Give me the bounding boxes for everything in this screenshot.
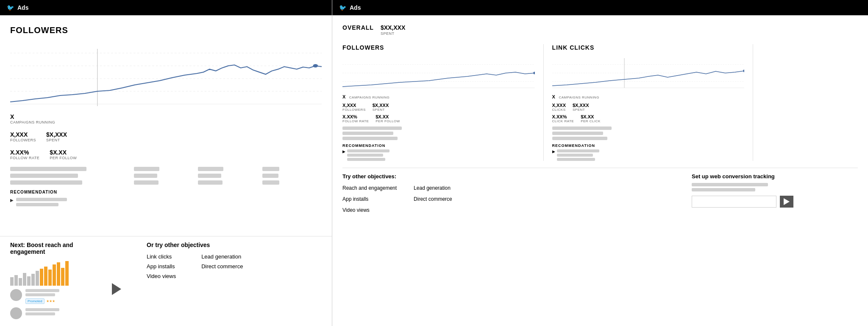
try-other-title: Try other objectives:: [342, 173, 675, 180]
right-followers-stats2: X.XX% FOLLOW RATE $X.XX PER FOLLOW: [342, 114, 535, 123]
rec-content: ▶: [10, 198, 322, 206]
video-views-link[interactable]: Video views: [147, 273, 176, 279]
twitter-icon-right: 🐦: [339, 4, 346, 11]
overall-header: OVERALL $XX,XXX SPENT: [342, 24, 858, 36]
rf-rec: RECOMMENDATION ▶: [342, 143, 535, 161]
try-col-1: Reach and engagement App installs Video …: [342, 184, 397, 214]
right-followers-campaigns: X CAMPAIGNS RUNNING: [342, 93, 535, 100]
left-content: FOLLOWERS X CAMPAIGNS RUNNIN: [0, 15, 332, 231]
right-panel: 🐦 Ads OVERALL $XX,XXX SPENT FOLLOWERS: [332, 0, 868, 326]
followers-value: X,XXX: [10, 131, 36, 138]
bar-5: [27, 276, 31, 286]
followers-chart: [10, 40, 322, 108]
right-followers-chart: [342, 56, 535, 90]
right-linkclicks-title: LINK CLICKS: [552, 44, 745, 51]
bar-4: [23, 273, 26, 286]
obj-col-1: Link clicks App installs Video views: [147, 253, 176, 283]
web-conversion-button[interactable]: [780, 196, 793, 208]
svg-point-17: [743, 70, 744, 72]
overall-amount: $XX,XXX: [381, 24, 405, 31]
right-appinstalls-link[interactable]: App installs: [342, 196, 368, 202]
svg-point-11: [533, 72, 534, 74]
spent-label: SPENT: [46, 138, 67, 142]
rec-arrow: ▶: [10, 198, 14, 202]
svg-point-6: [313, 64, 318, 67]
left-stats-row2: X,XXX FOLLOWERS $X,XXX SPENT: [10, 131, 322, 142]
boost-title: Next: Boost reach and engagement: [10, 242, 95, 255]
avatar-2: [10, 307, 22, 319]
bar-orange-2: [44, 267, 47, 286]
boost-section: Next: Boost reach and engagement: [10, 242, 95, 319]
obj-col-2: Lead generation Direct commerce: [201, 253, 243, 283]
bar-orange-6: [61, 268, 64, 286]
send-button-area[interactable]: [112, 259, 121, 319]
left-divider: [0, 236, 332, 236]
follow-rate-value: X.XX%: [10, 149, 39, 156]
right-leadgen-link[interactable]: Lead generation: [414, 185, 451, 191]
metrics-section: FOLLOWERS X CAMPAIGNS RUNNING: [342, 44, 858, 161]
or-title: Or try other objectives: [147, 242, 243, 248]
rf-rec-arrow: ▶: [342, 149, 345, 154]
bar-orange-4: [53, 264, 56, 286]
avatar: [10, 289, 22, 301]
twitter-icon-left: 🐦: [7, 4, 14, 11]
web-title: Set up web conversion tracking: [692, 173, 858, 180]
right-lc-campaigns: X CAMPAIGNS RUNNING: [552, 93, 745, 100]
campaigns-label: CAMPAIGNS RUNNING: [10, 120, 55, 124]
bar-orange-5: [57, 262, 60, 286]
bar-orange-3: [48, 270, 52, 286]
lc-rec: RECOMMENDATION ▶: [552, 143, 745, 161]
right-lc-stats: X,XXX CLICKS $X,XXX SPENT: [552, 103, 745, 112]
right-followers-stats: X,XXX FOLLOWERS $X,XXX SPENT: [342, 103, 535, 112]
spent-value: $X,XXX: [46, 131, 67, 138]
right-topbar-label: Ads: [350, 4, 361, 11]
follow-rate-stat: X.XX% FOLLOW RATE: [10, 149, 39, 160]
bar-orange-7: [65, 261, 69, 286]
lc-placeholder: [552, 126, 745, 140]
overall-label: OVERALL: [342, 24, 374, 31]
right-linkclicks-col: LINK CLICKS X CAMPAIGN: [544, 44, 754, 161]
app-installs-link[interactable]: App installs: [147, 263, 176, 270]
right-followers-col: FOLLOWERS X CAMPAIGNS RUNNING: [342, 44, 544, 161]
rf-stat-1: X,XXX FOLLOWERS: [342, 103, 366, 112]
right-reach-link[interactable]: Reach and engagement: [342, 185, 397, 191]
right-content: OVERALL $XX,XXX SPENT FOLLOWERS: [332, 15, 868, 326]
web-btn-icon: [784, 198, 790, 205]
rec-title: RECOMMENDATION: [10, 190, 322, 194]
web-conversion-input[interactable]: [692, 196, 776, 208]
left-stats-row3: X.XX% FOLLOW RATE $X.XX PER FOLLOW: [10, 149, 322, 160]
bar-orange-1: [40, 269, 43, 286]
overall-amount-block: $XX,XXX SPENT: [381, 24, 405, 36]
direct-commerce-link[interactable]: Direct commerce: [201, 263, 243, 270]
right-directcommerce-link[interactable]: Direct commerce: [414, 196, 452, 202]
right-lc-stats2: X.XX% CLICK RATE $X.XX PER CLICK: [552, 114, 745, 123]
try-col-2: Lead generation Direct commerce: [414, 184, 452, 214]
left-panel: 🐦 Ads FOLLOWERS X: [0, 0, 332, 326]
rf-placeholder: [342, 126, 535, 140]
web-input-row: [692, 196, 858, 208]
lead-gen-link[interactable]: Lead generation: [201, 253, 243, 260]
send-icon[interactable]: [112, 283, 121, 295]
per-follow-value: $X.XX: [50, 149, 77, 156]
link-clicks-link[interactable]: Link clicks: [147, 253, 176, 260]
promoted-badge: Promoted: [25, 298, 45, 304]
rf-stat-3: X.XX% FOLLOW RATE: [342, 114, 369, 123]
right-videoviews-link[interactable]: Video views: [342, 207, 370, 213]
right-topbar: 🐦 Ads: [332, 0, 868, 15]
rf-stat-4: $X.XX PER FOLLOW: [376, 114, 400, 123]
lc-rec-row: ▶: [552, 149, 745, 161]
web-conversion-section: Set up web conversion tracking: [675, 173, 858, 214]
bar-6: [31, 274, 35, 286]
bar-7: [36, 271, 39, 286]
rec-lines: [16, 198, 67, 206]
bottom-try-section: Try other objectives: Reach and engageme…: [342, 173, 858, 214]
spent-stat: $X,XXX SPENT: [46, 131, 67, 142]
left-bottom: Next: Boost reach and engagement: [0, 242, 332, 326]
try-links-section: Reach and engagement App installs Video …: [342, 184, 675, 214]
bar-2: [14, 275, 18, 286]
right-empty-col: [753, 44, 858, 161]
right-divider: [342, 168, 858, 168]
left-stats-row: X CAMPAIGNS RUNNING: [10, 113, 322, 124]
bar-1: [10, 277, 14, 286]
right-try-section: Try other objectives: Reach and engageme…: [342, 173, 675, 214]
